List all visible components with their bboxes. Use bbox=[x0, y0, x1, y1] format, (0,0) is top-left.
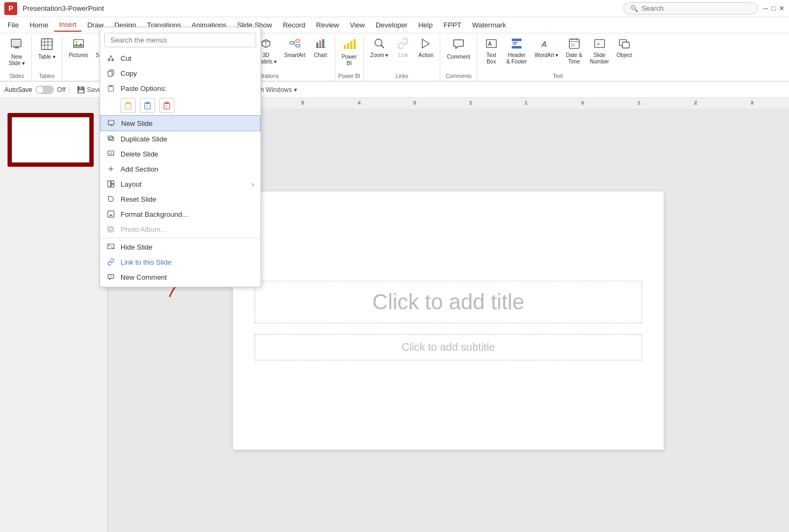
svg-text:4: 4 bbox=[358, 100, 361, 105]
app-logo: P bbox=[4, 2, 17, 15]
svg-text:0: 0 bbox=[581, 100, 584, 105]
slide-canvas[interactable]: Click to add title Click to add subtitle bbox=[233, 191, 664, 450]
slide-number-icon: # bbox=[594, 38, 605, 51]
ctx-hide-slide[interactable]: Hide Slide bbox=[100, 239, 108, 254]
svg-point-38 bbox=[375, 39, 382, 46]
ctx-separator bbox=[100, 238, 108, 238]
delete-slide-icon bbox=[107, 150, 108, 158]
link-btn[interactable]: Link bbox=[392, 36, 414, 61]
object-label: Object bbox=[617, 52, 632, 59]
svg-rect-26 bbox=[296, 40, 300, 42]
date-time-label: Date &Time bbox=[566, 52, 582, 65]
ctx-reset-slide[interactable]: Reset Slide bbox=[100, 191, 108, 207]
menu-help[interactable]: Help bbox=[413, 19, 438, 31]
menu-watermark[interactable]: Watermark bbox=[467, 19, 511, 31]
svg-rect-56 bbox=[622, 42, 629, 48]
menu-record[interactable]: Record bbox=[277, 19, 311, 31]
svg-marker-40 bbox=[422, 39, 429, 48]
ctx-delete-slide[interactable]: Delete Slide bbox=[100, 146, 108, 161]
pictures-label: Pictures bbox=[69, 52, 88, 59]
zoom-label: Zoom ▾ bbox=[370, 52, 388, 59]
app-name: PowerPoint bbox=[68, 4, 104, 12]
svg-point-10 bbox=[75, 41, 78, 43]
svg-text:2: 2 bbox=[694, 100, 697, 105]
link-icon bbox=[397, 38, 409, 51]
slide-subtitle-placeholder[interactable]: Click to add subtitle bbox=[255, 334, 642, 360]
smartart-icon bbox=[289, 38, 301, 51]
slide-thumbnail-1[interactable]: 1 bbox=[2, 113, 105, 167]
header-footer-icon bbox=[511, 38, 523, 51]
ctx-new-slide[interactable]: New Slide bbox=[100, 115, 108, 131]
powerbi-label: PowerBI bbox=[342, 54, 357, 67]
svg-rect-37 bbox=[354, 39, 356, 49]
menu-view[interactable]: View bbox=[344, 19, 370, 31]
wordart-icon: A bbox=[540, 38, 552, 51]
link-label: Link bbox=[398, 52, 408, 59]
ribbon-group-comments: Comment Comments bbox=[440, 36, 477, 81]
search-input[interactable] bbox=[642, 4, 751, 12]
menu-fppt[interactable]: FPPT bbox=[438, 19, 467, 31]
title-bar: P Presentation3 - PowerPoint 🔍 ─ □ ✕ bbox=[0, 0, 789, 17]
pictures-btn[interactable]: Pictures bbox=[66, 36, 91, 61]
menu-home[interactable]: Home bbox=[24, 19, 54, 31]
file-name: Presentation3 bbox=[23, 4, 66, 12]
svg-text:1: 1 bbox=[638, 100, 640, 105]
toggle-knob bbox=[37, 87, 43, 93]
menu-file[interactable]: File bbox=[2, 19, 24, 31]
ctx-layout[interactable]: Layout › bbox=[100, 176, 108, 191]
menu-review[interactable]: Review bbox=[311, 19, 344, 31]
new-slide-ctx-icon bbox=[107, 119, 108, 127]
object-icon bbox=[618, 38, 630, 51]
wordart-btn[interactable]: A WordArt ▾ bbox=[531, 36, 561, 61]
menu-developer[interactable]: Developer bbox=[370, 19, 413, 31]
object-btn[interactable]: Object bbox=[614, 36, 636, 61]
svg-rect-35 bbox=[347, 43, 349, 49]
svg-rect-31 bbox=[319, 41, 321, 48]
action-label: Action bbox=[419, 52, 434, 59]
ctx-add-section[interactable]: Add Section bbox=[100, 161, 108, 176]
svg-rect-34 bbox=[344, 45, 346, 49]
duplicate-slide-icon bbox=[107, 134, 108, 143]
ctx-photo-album: Photo Album... bbox=[100, 222, 108, 237]
search-bar[interactable]: 🔍 bbox=[623, 2, 758, 15]
svg-line-39 bbox=[381, 45, 384, 48]
save-icon: 💾 bbox=[77, 86, 85, 94]
header-footer-btn[interactable]: Header& Footer bbox=[503, 36, 530, 67]
autosave-toggle[interactable] bbox=[36, 86, 54, 94]
close-btn[interactable]: ✕ bbox=[779, 4, 785, 12]
links-group-label: Links bbox=[396, 73, 408, 81]
main-area: 1 Cut Copy bbox=[0, 109, 789, 532]
ctx-format-background[interactable]: Format Background... bbox=[100, 207, 108, 222]
ctx-duplicate-slide[interactable]: Duplicate Slide bbox=[100, 131, 108, 146]
autosave-state: Off bbox=[57, 86, 66, 94]
menu-insert[interactable]: Insert bbox=[54, 18, 82, 32]
ribbon-group-text: A TextBox Header& Footer A WordArt ▾ 12 bbox=[477, 36, 639, 81]
svg-rect-25 bbox=[290, 41, 294, 44]
maximize-btn[interactable]: □ bbox=[771, 4, 776, 12]
link-to-slide-icon bbox=[107, 258, 108, 266]
chart-btn[interactable]: Chart bbox=[310, 36, 332, 61]
wordart-label: WordArt ▾ bbox=[534, 52, 558, 59]
date-time-icon: 12 bbox=[568, 38, 580, 51]
smartart-btn[interactable]: SmartArt bbox=[281, 36, 308, 61]
textbox-btn[interactable]: A TextBox bbox=[481, 36, 502, 67]
slide-thumb-content bbox=[12, 117, 89, 162]
slide-title-placeholder[interactable]: Click to add title bbox=[255, 281, 642, 323]
ctx-new-comment[interactable]: New Comment bbox=[100, 269, 108, 285]
table-btn[interactable]: Table ▾ bbox=[35, 36, 59, 62]
slide-number-btn[interactable]: # SlideNumber bbox=[587, 36, 612, 67]
action-icon bbox=[420, 38, 432, 51]
tables-group-label: Tables bbox=[39, 73, 54, 81]
add-section-icon bbox=[107, 165, 108, 173]
zoom-btn[interactable]: Zoom ▾ bbox=[367, 36, 391, 61]
zoom-icon bbox=[374, 38, 385, 51]
powerbi-btn[interactable]: PowerBI bbox=[339, 36, 360, 69]
date-time-btn[interactable]: 12 Date &Time bbox=[562, 36, 586, 67]
action-btn[interactable]: Action bbox=[415, 36, 436, 61]
new-slide-btn[interactable]: NewSlide ▾ bbox=[5, 36, 28, 69]
minimize-btn[interactable]: ─ bbox=[763, 4, 768, 12]
ctx-link-to-slide[interactable]: Link to this Slide bbox=[100, 254, 108, 269]
comment-btn[interactable]: Comment bbox=[443, 36, 473, 62]
context-menu: Cut Copy Paste Options: a bbox=[100, 109, 108, 287]
svg-text:12: 12 bbox=[570, 43, 575, 47]
